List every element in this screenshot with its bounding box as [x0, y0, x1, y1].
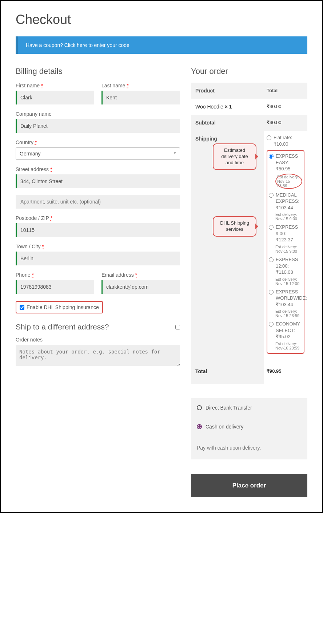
street-label: Street address *	[16, 166, 180, 172]
phone-label: Phone *	[16, 272, 94, 278]
flat-rate-radio[interactable]	[267, 135, 271, 140]
medical-express-radio[interactable]	[269, 193, 274, 198]
est-delivery: Est delivery: Nov-15 23:59	[275, 309, 302, 318]
shipping-option[interactable]: MEDICAL EXPRESS: ₹103.44	[269, 192, 302, 211]
shipping-option[interactable]: EXPRESS EASY: ₹50.95	[269, 153, 302, 172]
insurance-checkbox[interactable]	[20, 305, 24, 310]
est-delivery: Est delivery: Nov-15 23:59	[275, 174, 302, 189]
company-input[interactable]	[16, 119, 180, 133]
insurance-annotation: Enable DHL Shipping Insurance	[16, 301, 103, 313]
est-delivery: Est delivery: Nov-16 23:59	[275, 341, 302, 350]
ship-diff-checkbox[interactable]	[175, 325, 180, 329]
callout-dhl-services: DHL Shipping services	[213, 216, 256, 237]
insurance-checkbox-row[interactable]: Enable DHL Shipping Insurance	[20, 304, 99, 310]
insurance-label: Enable DHL Shipping Insurance	[27, 304, 99, 310]
city-input[interactable]	[16, 252, 180, 265]
country-select[interactable]: Germany	[16, 147, 180, 160]
total-label: Total	[191, 359, 264, 384]
callout-est-delivery: Estimated delivery date and time	[213, 143, 256, 170]
express-12-radio[interactable]	[269, 257, 274, 262]
billing-heading: Billing details	[16, 67, 180, 76]
page-title: Checkout	[16, 12, 307, 27]
line-item: Woo Hoodie × 1	[191, 99, 264, 115]
line-item-total: ₹40.00	[264, 99, 307, 115]
street1-input[interactable]	[16, 174, 180, 188]
payment-bank-transfer[interactable]: Direct Bank Transfer	[191, 398, 307, 417]
company-label: Company name	[16, 111, 180, 117]
last-name-label: Last name *	[101, 83, 180, 88]
est-delivery: Est delivery: Nov-15 9:00	[275, 212, 302, 221]
coupon-prompt[interactable]: Have a coupon? Click here to enter your …	[16, 36, 307, 54]
city-label: Town / City *	[16, 244, 180, 249]
express-worldwide-radio[interactable]	[269, 290, 274, 295]
order-notes-label: Order notes	[16, 337, 180, 343]
shipping-option[interactable]: EXPRESS 12:00: ₹110.08	[269, 256, 302, 276]
col-product: Product	[191, 83, 264, 99]
postcode-input[interactable]	[16, 223, 180, 237]
order-notes-input[interactable]	[16, 345, 180, 366]
radio-icon	[197, 405, 202, 410]
radio-icon	[197, 424, 202, 429]
place-order-button[interactable]: Place order	[191, 474, 307, 497]
payment-cod[interactable]: Cash on delivery	[191, 417, 307, 436]
economy-select-radio[interactable]	[269, 322, 274, 327]
express-9-radio[interactable]	[269, 225, 274, 230]
express-easy-radio[interactable]	[269, 154, 274, 159]
dhl-shipping-annotation: EXPRESS EASY: ₹50.95 Est delivery: Nov-1…	[267, 150, 304, 354]
est-delivery: Est delivery: Nov-15 9:00	[275, 245, 302, 253]
phone-input[interactable]	[16, 280, 94, 294]
subtotal-value: ₹40.00	[264, 115, 307, 131]
first-name-input[interactable]	[16, 91, 94, 104]
email-input[interactable]	[101, 280, 180, 294]
street2-input[interactable]	[16, 195, 180, 209]
country-label: Country *	[16, 139, 180, 145]
order-heading: Your order	[191, 67, 307, 76]
payment-description: Pay with cash upon delivery.	[191, 436, 307, 459]
col-total: Total	[264, 83, 307, 99]
postcode-label: Postcode / ZIP *	[16, 215, 180, 221]
subtotal-label: Subtotal	[191, 115, 264, 131]
first-name-label: First name *	[16, 83, 94, 88]
est-delivery: Est delivery: Nov-15 12:00	[275, 277, 302, 286]
shipping-option[interactable]: EXPRESS WORLDWIDE: ₹103.44	[269, 289, 302, 308]
shipping-option[interactable]: EXPRESS 9:00: ₹123.37	[269, 224, 302, 243]
ship-diff-heading: Ship to a different address?	[16, 323, 109, 331]
shipping-flat-rate[interactable]: Flat rate: ₹10.00	[267, 134, 304, 147]
total-value: ₹90.95	[264, 359, 307, 384]
shipping-option[interactable]: ECONOMY SELECT: ₹95.02	[269, 321, 302, 340]
last-name-input[interactable]	[101, 91, 180, 104]
email-label: Email address *	[101, 272, 180, 278]
